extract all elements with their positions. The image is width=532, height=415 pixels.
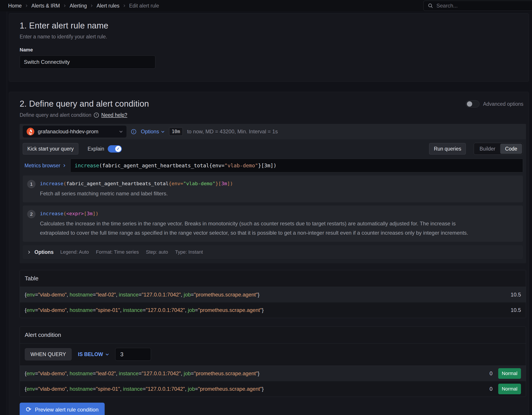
chevron-right-icon bbox=[27, 250, 31, 254]
threshold-input[interactable] bbox=[115, 348, 151, 361]
condition-result-row: {env="vlab-demo", hostname="spine-01", i… bbox=[20, 381, 526, 397]
explain-label: Explain bbox=[88, 146, 104, 152]
search-placeholder: Search... bbox=[437, 3, 458, 9]
explain-toggle[interactable]: ✓ bbox=[108, 145, 122, 152]
help-circle-icon: ? bbox=[94, 112, 99, 118]
explain-step-2: 2 increase(<expr>[3m]) Calculates the in… bbox=[23, 206, 523, 242]
explain-step-code: increase(<expr>[3m]) bbox=[40, 209, 479, 216]
chevron-down-icon bbox=[161, 130, 165, 133]
state-badge: Normal bbox=[498, 384, 521, 394]
breadcrumb-item[interactable]: Alert rules bbox=[96, 3, 119, 9]
state-badge: Normal bbox=[498, 368, 521, 379]
chevron-right-icon bbox=[63, 4, 66, 7]
breadcrumb: HomeAlerts & IRMAlertingAlert rulesEdit … bbox=[8, 3, 159, 9]
series-labelset: {env="vlab-demo", hostname="spine-01", i… bbox=[25, 307, 264, 313]
datasource-name: grafanacloud-hhdev-prom bbox=[38, 129, 98, 135]
run-queries-button[interactable]: Run queries bbox=[429, 143, 466, 154]
options-collapse-summary: Legend: AutoFormat: Time seriesStep: aut… bbox=[60, 249, 210, 255]
explain-step-1: 1 increase(fabric_agent_agent_heartbeats… bbox=[23, 176, 523, 202]
chevron-right-icon bbox=[62, 164, 66, 167]
query-editor-panel: grafanacloud-hhdev-prom Options 10m to n… bbox=[20, 124, 526, 263]
chevron-right-icon bbox=[90, 4, 93, 7]
explain-step-code: increase(fabric_agent_agent_heartbeats_t… bbox=[40, 179, 233, 186]
check-icon: ✓ bbox=[115, 146, 121, 152]
svg-text:?: ? bbox=[95, 113, 97, 117]
search-input[interactable]: Search... bbox=[423, 1, 532, 11]
breadcrumb-item[interactable]: Alerts & IRM bbox=[31, 3, 60, 9]
alert-condition-title: Alert condition bbox=[20, 327, 526, 343]
table-panel-title: Table bbox=[20, 270, 526, 287]
metrics-browser-toggle[interactable]: Metrics browser bbox=[23, 159, 70, 172]
options-summary-item: Format: Time series bbox=[96, 249, 139, 255]
sync-icon: ⟳ bbox=[26, 406, 31, 413]
section2-title: 2. Define query and alert condition bbox=[20, 99, 149, 109]
time-range-badge[interactable]: 10m bbox=[169, 127, 183, 136]
options-summary-item: Type: Instant bbox=[175, 249, 203, 255]
options-summary-item: Step: auto bbox=[146, 249, 168, 255]
condition-result-row: {env="vlab-demo", hostname="leaf-02", in… bbox=[20, 366, 526, 381]
top-nav: HomeAlerts & IRMAlertingAlert rulesEdit … bbox=[0, 0, 532, 11]
kick-start-query-button[interactable]: Kick start your query bbox=[23, 143, 78, 154]
breadcrumb-item[interactable]: Home bbox=[8, 3, 22, 9]
datasource-picker[interactable]: grafanacloud-hhdev-prom bbox=[23, 126, 126, 138]
when-query-button[interactable]: WHEN QUERY bbox=[25, 348, 72, 360]
table-results-panel: Table {env="vlab-demo", hostname="leaf-0… bbox=[20, 270, 526, 318]
chevron-down-icon bbox=[119, 130, 123, 133]
table-row: {env="vlab-demo", hostname="leaf-02", in… bbox=[20, 287, 526, 302]
table-row: {env="vlab-demo", hostname="spine-01", i… bbox=[20, 302, 526, 318]
section-enter-alert-rule-name: 1. Enter alert rule name Enter a name to… bbox=[9, 13, 529, 82]
breadcrumb-item[interactable]: Alerting bbox=[69, 3, 87, 9]
options-collapse-label: Options bbox=[34, 249, 54, 255]
editor-mode-code[interactable]: Code bbox=[500, 144, 522, 154]
advanced-options-toggle[interactable] bbox=[466, 100, 479, 107]
series-labelset: {env="vlab-demo", hostname="spine-01", i… bbox=[25, 386, 264, 392]
preview-alert-rule-condition-button[interactable]: ⟳ Preview alert rule condition bbox=[20, 403, 105, 415]
query-options-dropdown[interactable]: Options bbox=[141, 129, 165, 135]
step-number: 2 bbox=[27, 210, 36, 218]
query-options-collapse[interactable]: Options Legend: AutoFormat: Time seriesS… bbox=[23, 245, 523, 259]
series-value: 10.5 bbox=[511, 307, 521, 313]
explain-step-description: Fetch all series matching metric name an… bbox=[40, 189, 233, 198]
main-content: 1. Enter alert rule name Enter a name to… bbox=[0, 11, 532, 415]
explain-step-description: Calculates the increase in the time seri… bbox=[40, 219, 479, 238]
condition-operator-select[interactable]: IS BELOW bbox=[78, 351, 109, 357]
editor-mode-builder[interactable]: Builder bbox=[475, 144, 500, 154]
step-number: 1 bbox=[27, 180, 36, 188]
prometheus-icon bbox=[26, 127, 35, 136]
promql-query-input[interactable]: increase(fabric_agent_agent_heartbeats_t… bbox=[70, 159, 523, 172]
section1-title: 1. Enter alert rule name bbox=[20, 21, 518, 30]
time-range-summary: to now, MD = 43200, Min. Interval = 1s bbox=[187, 129, 278, 135]
series-value: 10.5 bbox=[511, 292, 521, 298]
series-value: 0 bbox=[490, 386, 493, 392]
series-labelset: {env="vlab-demo", hostname="leaf-02", in… bbox=[25, 292, 260, 298]
alert-rule-name-input[interactable] bbox=[20, 56, 155, 69]
chevron-right-icon bbox=[25, 4, 28, 7]
options-summary-item: Legend: Auto bbox=[60, 249, 89, 255]
editor-mode-switch: Builder Code bbox=[474, 143, 523, 155]
alert-condition-panel: Alert condition WHEN QUERY IS BELOW {env… bbox=[20, 327, 526, 397]
section1-subtitle: Enter a name to identify your alert rule… bbox=[20, 34, 518, 40]
series-value: 0 bbox=[490, 370, 493, 377]
chevron-right-icon bbox=[123, 4, 126, 7]
search-icon bbox=[428, 3, 433, 9]
info-circle-icon[interactable] bbox=[131, 129, 136, 134]
advanced-options-label: Advanced options bbox=[483, 101, 523, 107]
series-labelset: {env="vlab-demo", hostname="leaf-02", in… bbox=[25, 370, 260, 377]
section2-subtitle: Define query and alert condition bbox=[20, 112, 91, 118]
need-help-link[interactable]: Need help? bbox=[101, 112, 127, 118]
name-label: Name bbox=[20, 47, 518, 53]
promql-query-text: increase(fabric_agent_agent_heartbeats_t… bbox=[75, 163, 276, 169]
content-left-divider bbox=[7, 11, 7, 415]
chevron-down-icon bbox=[105, 352, 109, 356]
breadcrumb-item: Edit alert rule bbox=[129, 3, 159, 9]
section-define-query-and-alert-condition: 2. Define query and alert condition Adva… bbox=[9, 92, 529, 415]
